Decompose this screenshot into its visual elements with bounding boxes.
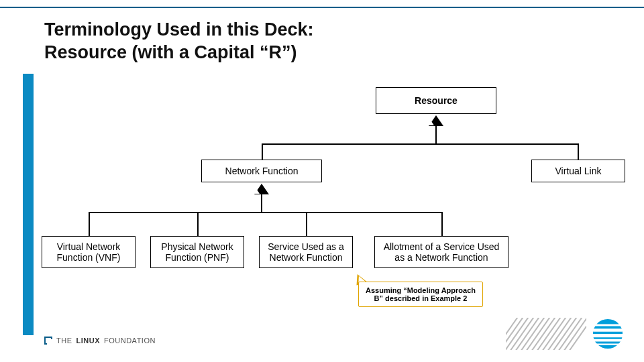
node-allotment-label: Allotment of a Service Used as a Network… — [380, 241, 502, 263]
node-service-as-nf: Service Used as a Network Function — [259, 236, 353, 268]
node-pnf: Physical Network Function (PNF) — [150, 236, 244, 268]
lf-suffix: FOUNDATION — [104, 337, 156, 345]
slide: Terminology Used in this Deck: Resource … — [0, 0, 644, 362]
lf-main: LINUX — [76, 337, 101, 345]
connector — [441, 212, 443, 236]
connector — [435, 126, 437, 143]
node-resource-label: Resource — [415, 95, 458, 106]
node-resource: Resource — [376, 87, 496, 114]
node-network-function-label: Network Function — [225, 166, 299, 176]
connector — [262, 143, 263, 160]
node-allotment: Allotment of a Service Used as a Network… — [374, 236, 508, 268]
svg-rect-1 — [594, 324, 622, 326]
node-virtual-link-label: Virtual Link — [555, 166, 601, 176]
node-vnf-label: Virtual Network Function (VNF) — [48, 241, 129, 263]
connector — [262, 143, 578, 145]
att-globe-icon — [592, 318, 624, 350]
lf-box-icon — [44, 337, 52, 345]
callout-note: Assuming “Modeling Approach B” described… — [358, 282, 483, 307]
node-virtual-link: Virtual Link — [531, 160, 625, 182]
connector — [89, 212, 442, 213]
node-service-as-nf-label: Service Used as a Network Function — [265, 241, 347, 263]
hatch-decoration — [506, 318, 586, 350]
svg-rect-5 — [596, 343, 620, 345]
connector — [261, 194, 262, 212]
svg-rect-4 — [593, 339, 623, 342]
lf-prefix: THE — [56, 337, 72, 345]
connector — [306, 212, 307, 236]
node-network-function: Network Function — [201, 160, 322, 182]
node-pnf-label: Physical Network Function (PNF) — [156, 241, 238, 263]
svg-rect-2 — [592, 328, 623, 331]
callout-text: Assuming “Modeling Approach B” described… — [366, 286, 476, 302]
connector — [578, 143, 579, 160]
connector — [89, 212, 90, 236]
svg-rect-3 — [592, 334, 624, 337]
node-vnf: Virtual Network Function (VNF) — [42, 236, 136, 268]
linux-foundation-logo: THE LINUX FOUNDATION — [44, 337, 156, 345]
connector — [197, 212, 199, 236]
hierarchy-diagram: Resource Network Function Virtual Link V… — [0, 0, 644, 362]
